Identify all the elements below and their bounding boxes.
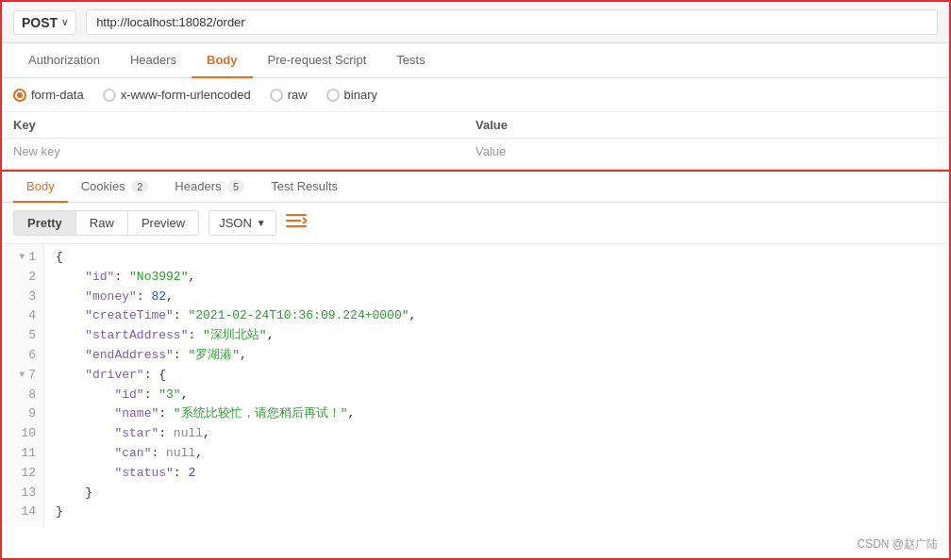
response-tabs: Body Cookies 2 Headers 5 Test Results <box>2 170 949 203</box>
line-numbers: ▼1 2 3 4 5 6 ▼7 8 9 10 11 12 13 14 <box>2 244 44 526</box>
body-type-row: form-data x-www-form-urlencoded raw bina… <box>2 78 949 112</box>
request-tabs: Authorization Headers Body Pre-request S… <box>2 43 949 78</box>
code-line-3: "money": 82, <box>56 288 938 307</box>
json-dropdown[interactable]: JSON ▼ <box>209 210 276 236</box>
kv-value-header: Value <box>476 118 938 132</box>
ln-9: 9 <box>9 404 36 424</box>
ln-2: 2 <box>9 268 36 288</box>
radio-urlencoded-label: x-www-form-urlencoded <box>121 88 251 102</box>
url-bar: POST ∨ <box>2 2 949 43</box>
resp-tab-headers[interactable]: Headers 5 <box>161 172 258 203</box>
ln-3: 3 <box>9 288 36 307</box>
ln-5: 5 <box>9 326 36 346</box>
ln-4: 4 <box>9 306 36 326</box>
json-type-label: JSON <box>219 216 252 230</box>
kv-table: Key Value New key Value <box>2 112 949 170</box>
ln-toggle-7[interactable]: ▼ <box>19 368 25 383</box>
radio-form-data-dot <box>13 89 26 102</box>
radio-urlencoded[interactable]: x-www-form-urlencoded <box>103 88 251 102</box>
radio-urlencoded-dot <box>103 89 116 102</box>
radio-form-data-label: form-data <box>31 88 84 102</box>
radio-binary[interactable]: binary <box>326 88 377 102</box>
method-chevron: ∨ <box>61 17 68 27</box>
resp-tab-test-results[interactable]: Test Results <box>258 172 351 203</box>
radio-raw-label: raw <box>288 88 308 102</box>
tab-tests[interactable]: Tests <box>381 43 440 78</box>
kv-key-header: Key <box>13 118 476 132</box>
ln-1: ▼1 <box>9 248 36 268</box>
ln-13: 13 <box>9 484 36 503</box>
btn-pretty[interactable]: Pretty <box>13 210 76 236</box>
ln-11: 11 <box>9 444 36 464</box>
code-area: ▼1 2 3 4 5 6 ▼7 8 9 10 11 12 13 14 { "id… <box>2 244 949 558</box>
code-line-12: "status": 2 <box>56 464 938 484</box>
svg-rect-0 <box>286 214 307 216</box>
kv-key-placeholder[interactable]: New key <box>13 144 476 162</box>
btn-raw[interactable]: Raw <box>76 210 128 236</box>
ln-8: 8 <box>9 386 36 405</box>
ln-6: 6 <box>9 346 36 366</box>
code-line-11: "can": null, <box>56 444 938 464</box>
cookies-badge: 2 <box>131 180 148 193</box>
method-selector[interactable]: POST ∨ <box>13 10 76 35</box>
ln-7: ▼7 <box>9 366 36 386</box>
wrap-button[interactable] <box>286 212 307 234</box>
radio-binary-label: binary <box>344 88 377 102</box>
resp-tab-body[interactable]: Body <box>13 172 68 203</box>
ln-12: 12 <box>9 464 36 484</box>
code-line-6: "endAddress": "罗湖港", <box>56 346 938 366</box>
ln-10: 10 <box>9 424 36 444</box>
headers-badge: 5 <box>227 180 244 193</box>
watermark: CSDN @赵广陆 <box>857 536 938 552</box>
response-toolbar: Pretty Raw Preview JSON ▼ <box>2 203 949 244</box>
method-label: POST <box>22 15 58 30</box>
radio-raw[interactable]: raw <box>270 88 308 102</box>
radio-binary-dot <box>326 89 340 102</box>
tab-pre-request-script[interactable]: Pre-request Script <box>253 43 382 78</box>
code-line-4: "createTime": "2021-02-24T10:36:09.224+0… <box>56 306 938 326</box>
svg-rect-2 <box>286 225 307 227</box>
code-line-10: "star": null, <box>56 424 938 444</box>
kv-header: Key Value <box>2 112 949 139</box>
code-line-8: "id": "3", <box>56 386 938 405</box>
radio-raw-dot <box>270 89 283 102</box>
radio-form-data[interactable]: form-data <box>13 88 84 102</box>
code-line-13: } <box>56 484 938 503</box>
btn-preview[interactable]: Preview <box>128 210 199 236</box>
ln-toggle-1[interactable]: ▼ <box>19 250 25 265</box>
tab-body[interactable]: Body <box>192 43 253 78</box>
code-line-5: "startAddress": "深圳北站", <box>56 326 938 346</box>
resp-tab-cookies[interactable]: Cookies 2 <box>68 172 162 203</box>
code-lines: { "id": "No3992", "money": 82, "createTi… <box>44 244 949 526</box>
code-line-9: "name": "系统比较忙，请您稍后再试！", <box>56 404 938 424</box>
code-line-2: "id": "No3992", <box>56 268 938 288</box>
url-input[interactable] <box>86 9 938 35</box>
code-line-1: { <box>56 248 938 268</box>
kv-value-placeholder[interactable]: Value <box>476 144 938 162</box>
code-line-7: "driver": { <box>56 366 938 386</box>
app-container: POST ∨ Authorization Headers Body Pre-re… <box>0 0 951 560</box>
tab-headers[interactable]: Headers <box>115 43 192 78</box>
code-content: ▼1 2 3 4 5 6 ▼7 8 9 10 11 12 13 14 { "id… <box>2 244 949 526</box>
json-chevron-icon: ▼ <box>257 218 266 228</box>
tab-authorization[interactable]: Authorization <box>13 43 115 78</box>
svg-rect-1 <box>286 220 301 222</box>
code-line-14: } <box>56 502 938 522</box>
kv-empty-row: New key Value <box>2 139 949 169</box>
ln-14: 14 <box>9 502 36 522</box>
